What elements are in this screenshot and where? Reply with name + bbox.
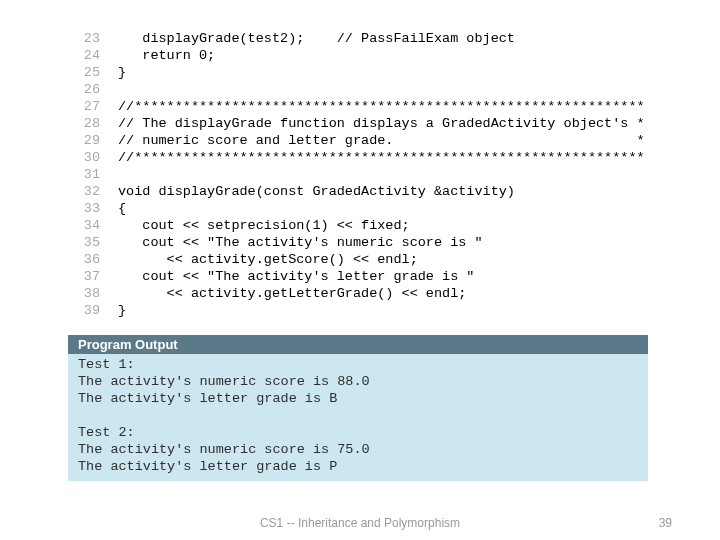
code-text: // numeric score and letter grade. *	[118, 132, 645, 149]
line-number: 27	[72, 98, 118, 115]
output-header: Program Output	[68, 335, 648, 354]
code-text: //**************************************…	[118, 98, 645, 115]
code-line: 35 cout << "The activity's numeric score…	[72, 234, 645, 251]
code-listing: 23 displayGrade(test2); // PassFailExam …	[72, 30, 645, 319]
code-line: 36 << activity.getScore() << endl;	[72, 251, 645, 268]
line-number: 24	[72, 47, 118, 64]
line-number: 39	[72, 302, 118, 319]
output-body: Test 1: The activity's numeric score is …	[68, 354, 648, 481]
code-line: 26	[72, 81, 645, 98]
code-text: //**************************************…	[118, 149, 645, 166]
slide-footer: CS1 -- Inheritance and Polymorphism	[0, 516, 720, 530]
program-output-panel: Program Output Test 1: The activity's nu…	[68, 335, 648, 481]
code-text: cout << setprecision(1) << fixed;	[118, 217, 410, 234]
code-line: 37 cout << "The activity's letter grade …	[72, 268, 645, 285]
code-text: << activity.getScore() << endl;	[118, 251, 418, 268]
code-line: 24 return 0;	[72, 47, 645, 64]
page-number: 39	[659, 516, 672, 530]
line-number: 36	[72, 251, 118, 268]
code-line: 39}	[72, 302, 645, 319]
code-text: }	[118, 64, 126, 81]
line-number: 25	[72, 64, 118, 81]
code-text: }	[118, 302, 126, 319]
code-line: 38 << activity.getLetterGrade() << endl;	[72, 285, 645, 302]
line-number: 31	[72, 166, 118, 183]
line-number: 35	[72, 234, 118, 251]
code-line: 23 displayGrade(test2); // PassFailExam …	[72, 30, 645, 47]
line-number: 32	[72, 183, 118, 200]
code-text: displayGrade(test2); // PassFailExam obj…	[118, 30, 515, 47]
line-number: 37	[72, 268, 118, 285]
code-text: << activity.getLetterGrade() << endl;	[118, 285, 466, 302]
code-text: cout << "The activity's numeric score is…	[118, 234, 483, 251]
code-line: 33{	[72, 200, 645, 217]
code-text: // The displayGrade function displays a …	[118, 115, 645, 132]
code-line: 27//************************************…	[72, 98, 645, 115]
code-line: 30//************************************…	[72, 149, 645, 166]
line-number: 30	[72, 149, 118, 166]
code-line: 25}	[72, 64, 645, 81]
code-line: 29// numeric score and letter grade. *	[72, 132, 645, 149]
line-number: 34	[72, 217, 118, 234]
code-text: cout << "The activity's letter grade is …	[118, 268, 474, 285]
code-text: return 0;	[118, 47, 215, 64]
line-number: 28	[72, 115, 118, 132]
line-number: 26	[72, 81, 118, 98]
line-number: 23	[72, 30, 118, 47]
code-line: 28// The displayGrade function displays …	[72, 115, 645, 132]
code-line: 31	[72, 166, 645, 183]
line-number: 38	[72, 285, 118, 302]
code-text: {	[118, 200, 126, 217]
code-line: 32void displayGrade(const GradedActivity…	[72, 183, 645, 200]
code-line: 34 cout << setprecision(1) << fixed;	[72, 217, 645, 234]
code-text: void displayGrade(const GradedActivity &…	[118, 183, 515, 200]
slide: 23 displayGrade(test2); // PassFailExam …	[0, 0, 720, 540]
line-number: 33	[72, 200, 118, 217]
line-number: 29	[72, 132, 118, 149]
